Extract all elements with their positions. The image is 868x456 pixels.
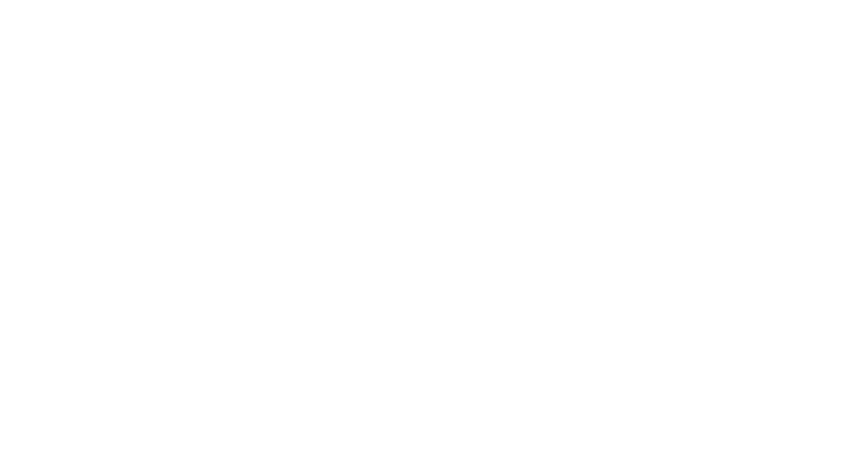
plot-area — [0, 94, 868, 355]
violin-plot-chart — [0, 0, 868, 456]
violin-svg — [0, 94, 868, 355]
